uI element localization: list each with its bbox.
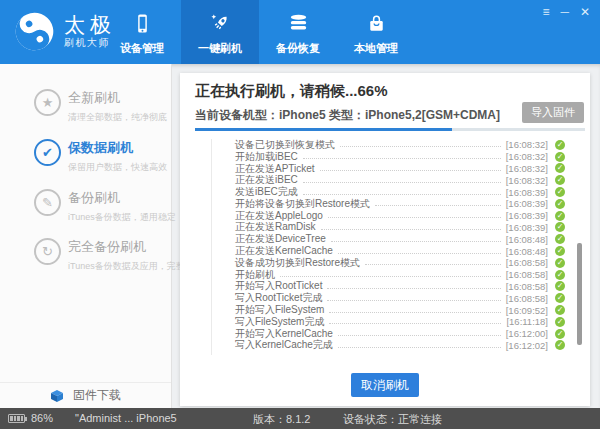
flash-progress-panel: 正在执行刷机，请稍候...66% 当前设备机型：iPhone5 类型：iPhon… [180,73,590,406]
success-icon [555,163,565,173]
log-timestamp: [16:08:39] [506,222,548,233]
success-icon [555,329,565,339]
log-row: 写入KernelCache完成 [16:12:02] [212,340,565,352]
tab-label: 本地管理 [354,41,398,56]
smartphone-icon [131,12,154,35]
device-status: 设备状态：正常连接 [343,412,442,427]
log-timestamp: [16:08:32] [506,175,548,186]
sidebar-item-title: 备份刷机 [68,188,172,207]
log-timestamp: [16:08:58] [506,257,548,268]
dotted-leader [340,146,501,147]
check-icon: ✔ [34,139,61,166]
success-icon [555,317,565,327]
cube-icon [50,389,64,403]
firmware-download-button[interactable]: 固件下载 [0,382,171,408]
device-info: 当前设备机型：iPhone5 类型：iPhone5,2[GSM+CDMA] [195,107,500,124]
taiji-logo-icon [14,11,55,52]
tab-device-management[interactable]: 设备管理 [103,0,181,64]
sidebar-item-keep-data-flash[interactable]: ✔ 保数据刷机 保留用户数据，快速高效 [0,138,172,182]
success-icon [555,211,565,221]
tab-one-key-flash[interactable]: 一键刷机 [181,0,259,64]
dotted-leader [303,158,501,159]
app-window: 太极 刷机大师 设备管理 [0,0,600,429]
star-icon: ★ [34,89,61,116]
log-timestamp: [16:08:32] [506,151,548,162]
battery-percent: 86% [31,412,53,424]
dotted-leader [320,170,501,171]
body-area: ★ 全新刷机 清理全部数据，纯净彻底 ✔ 保数据刷机 保留用户数据，快速高效 ✎… [0,64,600,408]
refresh-icon: ↻ [34,238,61,265]
scrollbar-thumb[interactable] [577,243,582,345]
sidebar-item-subtitle: iTunes备份数据，通用稳定 [68,211,172,224]
tab-label: 设备管理 [120,41,164,56]
sidebar-item-full-backup-flash[interactable]: ↻ 完全备份刷机 iTunes备份数据及应用，完整全面 [0,237,172,281]
log-timestamp: [16:12:02] [506,340,548,351]
status-bar: 86% "Administ ... iPhone5 版本：8.1.2 设备状态：… [0,408,600,429]
compass-icon: ✎ [34,189,61,216]
version-label: 版本：8.1.2 [253,412,310,427]
sidebar-item-title: 全新刷机 [68,88,172,107]
success-icon [555,293,565,303]
log-timestamp: [16:09:52] [506,305,548,316]
dotted-leader [303,182,501,183]
dotted-leader [329,312,500,313]
log-timestamp: [16:08:39] [506,198,548,209]
sidebar-item-fresh-flash[interactable]: ★ 全新刷机 清理全部数据，纯净彻底 [0,88,172,132]
dotted-leader [338,335,501,336]
sidebar-item-subtitle: 清理全部数据，纯净彻底 [68,111,172,124]
progress-bar-fill [195,128,452,131]
log-timestamp: [16:08:58] [506,281,548,292]
success-icon [555,175,565,185]
success-icon [555,258,565,268]
success-icon [555,246,565,256]
app-logo: 太极 刷机大师 [14,11,116,52]
log-timestamp: [16:11:18] [506,316,548,327]
tab-backup-restore[interactable]: 备份恢复 [259,0,337,64]
sidebar-item-title: 保数据刷机 [68,138,172,157]
dotted-leader [375,205,501,206]
dotted-leader [327,300,500,301]
dotted-leader [338,253,501,254]
page-title: 正在执行刷机，请稍候...66% [195,82,388,101]
success-icon [555,152,565,162]
sidebar-item-backup-flash[interactable]: ✎ 备份刷机 iTunes备份数据，通用稳定 [0,188,172,232]
log-timestamp: [16:08:58] [506,269,548,280]
tab-local-management[interactable]: 本地管理 [337,0,415,64]
dotted-leader [328,217,501,218]
cancel-flash-button[interactable]: 取消刷机 [351,373,419,397]
log-list[interactable]: 设备已切换到恢复模式 [16:08:32] 开始加载iBEC [16:08:32… [211,139,565,355]
minimize-icon[interactable]: ─ [560,4,569,20]
dotted-leader [338,347,501,348]
success-icon [555,234,565,244]
log-timestamp: [16:12:00] [506,328,548,339]
window-controls: ≡ ─ ✕ [542,4,590,20]
success-icon [555,187,565,197]
success-icon [555,222,565,232]
backup-disks-icon [287,12,310,35]
tab-label: 一键刷机 [198,41,242,56]
log-message: 写入KernelCache完成 [235,338,333,352]
rocket-icon [209,12,232,35]
log-timestamp: [16:08:39] [506,187,548,198]
success-icon [555,140,565,150]
dotted-leader [331,241,501,242]
sidebar-item-subtitle: iTunes备份数据及应用，完整全面 [68,260,172,273]
menu-icon[interactable]: ≡ [542,4,549,20]
dotted-leader [280,276,501,277]
tab-label: 备份恢复 [276,41,320,56]
dotted-leader [321,229,501,230]
success-icon [555,305,565,315]
log-timestamp: [16:08:32] [506,163,548,174]
close-icon[interactable]: ✕ [580,4,590,20]
log-timestamp: [16:08:48] [506,246,548,257]
bag-icon [365,12,388,35]
firmware-download-label: 固件下载 [73,387,121,404]
dotted-leader [303,194,501,195]
battery-icon [8,414,25,423]
success-icon [555,199,565,209]
log-timestamp: [16:08:58] [506,293,548,304]
success-icon [555,281,565,291]
log-timestamp: [16:08:32] [506,139,548,150]
dotted-leader [365,264,501,265]
import-firmware-button[interactable]: 导入固件 [522,102,584,123]
